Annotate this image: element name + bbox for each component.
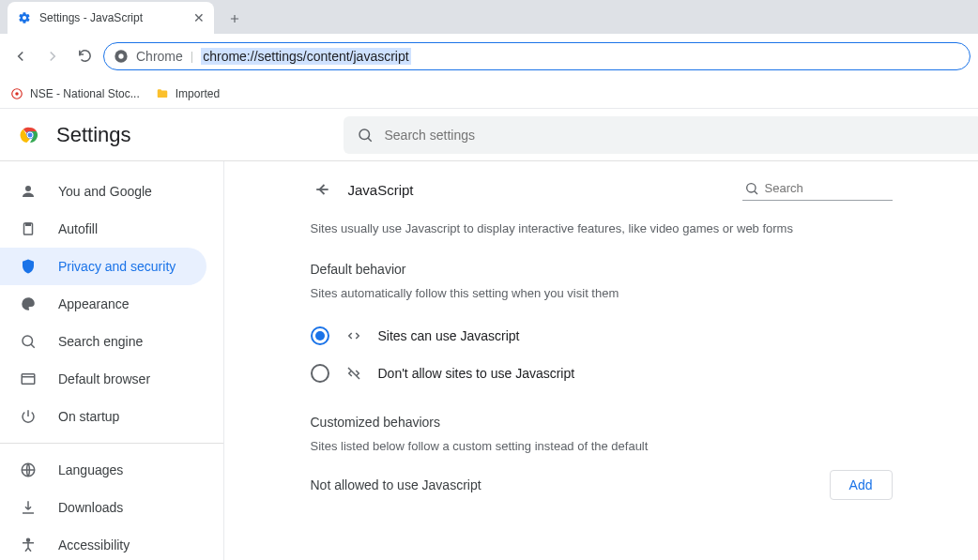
sidebar-item-downloads[interactable]: Downloads [0,489,206,526]
sidebar-item-label: Accessibility [58,537,130,552]
content-search-input[interactable] [765,181,923,195]
back-button[interactable] [8,43,34,69]
bookmark-label: Imported [176,87,220,100]
omnibox-prefix: Chrome [136,49,183,64]
sidebar-item-label: Default browser [58,371,150,386]
clipboard-icon [19,219,38,238]
default-behavior-sub: Sites automatically follow this setting … [311,286,893,300]
browser-chrome: Settings - JavaScript ✕ Chrome | chrome:… [0,0,978,79]
tab-title: Settings - JavaScript [39,11,143,24]
code-off-icon [344,364,363,383]
content: JavaScript Sites usually use Javascript … [292,161,911,560]
option-block-javascript[interactable]: Don't allow sites to use Javascript [311,355,893,392]
sidebar-item-privacy[interactable]: Privacy and security [0,248,206,285]
forward-button[interactable] [39,43,66,69]
close-icon[interactable]: ✕ [193,10,205,25]
sidebar-item-autofill[interactable]: Autofill [0,210,206,248]
sidebar-item-label: Search engine [58,334,143,349]
sidebar-item-label: Autofill [58,221,98,236]
reload-button[interactable] [71,43,98,69]
sidebar-item-label: On startup [58,409,119,424]
address-bar[interactable]: Chrome | chrome://settings/content/javas… [103,42,970,70]
tab-strip: Settings - JavaScript ✕ [0,0,978,34]
sidebar-item-appearance[interactable]: Appearance [0,285,206,323]
svg-point-7 [359,129,370,140]
radio-checked[interactable] [311,326,329,345]
toolbar: Chrome | chrome://settings/content/javas… [0,34,978,79]
sidebar-item-search-engine[interactable]: Search engine [0,323,206,360]
settings-header: Settings [0,109,978,161]
content-search[interactable] [742,179,893,201]
shield-icon [19,257,38,276]
sidebar-item-label: You and Google [58,184,152,199]
svg-point-8 [25,186,31,191]
settings-search[interactable] [344,116,979,154]
option-allow-javascript[interactable]: Sites can use Javascript [311,317,893,355]
palette-icon [19,295,38,313]
content-back-button[interactable] [311,178,333,201]
power-icon [19,407,38,426]
sidebar-item-you-and-google[interactable]: You and Google [0,173,206,210]
divider [0,443,223,444]
svg-rect-11 [22,374,35,385]
bookmark-icon [9,86,24,101]
radio-unchecked[interactable] [311,364,329,383]
bookmark-nse[interactable]: NSE - National Stoc... [9,86,140,101]
bookmark-imported[interactable]: Imported [155,86,220,101]
content-title: JavaScript [348,182,414,198]
sidebar-item-label: Privacy and security [58,259,176,274]
browser-icon [19,370,38,388]
svg-point-10 [23,336,33,346]
browser-tab[interactable]: Settings - JavaScript ✕ [8,2,214,34]
globe-icon [19,461,38,479]
accessibility-icon [19,536,38,554]
bookmark-label: NSE - National Stoc... [30,87,140,100]
customized-sub: Sites listed below follow a custom setti… [311,439,893,453]
gear-icon [17,10,32,25]
default-behavior-heading: Default behavior [311,262,893,277]
option-label: Sites can use Javascript [378,328,520,343]
folder-icon [155,86,170,101]
search-icon [744,181,759,196]
svg-point-3 [15,92,19,96]
customized-heading: Customized behaviors [311,415,893,430]
chrome-logo [19,124,41,146]
chrome-icon [114,49,129,64]
add-button[interactable]: Add [830,470,893,500]
content-description: Sites usually use Javascript to display … [311,221,893,235]
page-title: Settings [56,123,131,147]
download-icon [19,498,38,517]
new-tab-button[interactable] [222,6,248,32]
sidebar: You and Google Autofill Privacy and secu… [0,161,223,560]
code-icon [344,326,363,345]
svg-point-14 [746,183,755,191]
search-icon [19,332,38,351]
svg-point-13 [27,538,30,541]
sidebar-item-label: Appearance [58,296,130,311]
person-icon [19,182,38,201]
settings-search-input[interactable] [385,128,969,143]
sidebar-item-accessibility[interactable]: Accessibility [0,526,206,560]
sidebar-item-on-startup[interactable]: On startup [0,398,206,435]
bookmarks-bar: NSE - National Stoc... Imported [0,79,978,109]
svg-point-1 [118,53,123,58]
sidebar-item-label: Languages [58,462,123,477]
sidebar-item-default-browser[interactable]: Default browser [0,360,206,398]
omnibox-url: chrome://settings/content/javascript [201,48,410,65]
option-label: Don't allow sites to use Javascript [378,366,575,381]
sidebar-item-languages[interactable]: Languages [0,451,206,489]
sidebar-item-label: Downloads [58,500,123,515]
search-icon [357,127,374,144]
not-allowed-label: Not allowed to use Javascript [311,477,481,492]
